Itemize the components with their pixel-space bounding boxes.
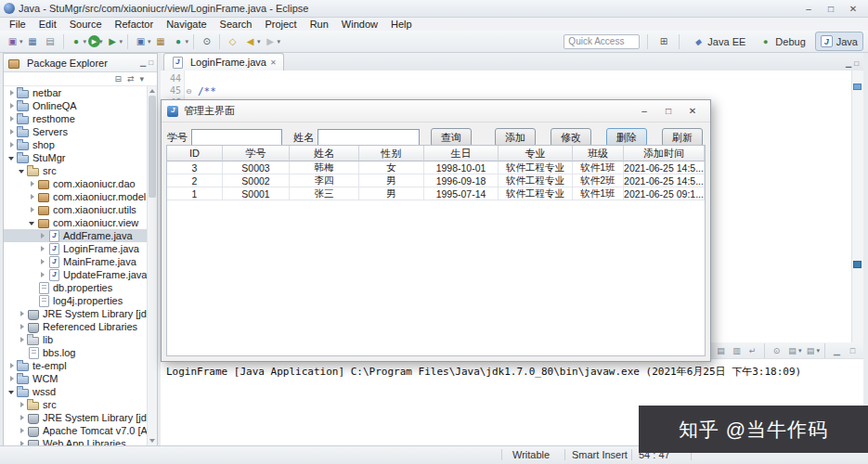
console-maximize-icon[interactable]: □ (846, 344, 860, 357)
table-cell[interactable]: 李四 (290, 174, 359, 187)
collapse-all-icon[interactable]: ⊟ (114, 74, 122, 84)
table-cell[interactable]: 软件工程专业 (499, 174, 573, 187)
student-id-input[interactable] (191, 129, 282, 146)
expand-arrow-icon[interactable] (7, 127, 17, 136)
table-cell[interactable]: 1995-07-14 (424, 187, 499, 200)
tree-item-web-app-libraries[interactable]: Web App Libraries (4, 437, 148, 445)
link-with-editor-icon[interactable]: ⇄ (127, 74, 135, 84)
tree-scrollbar[interactable] (147, 86, 157, 445)
tab-close-icon[interactable]: ✕ (270, 58, 277, 67)
forward-icon[interactable]: ▶ (263, 33, 279, 49)
new-java-project-caret-icon[interactable]: ▾ (148, 38, 151, 45)
debug-caret-icon[interactable]: ▾ (84, 38, 87, 45)
tree-item-log4j-properties[interactable]: log4j.properties (4, 294, 148, 307)
table-cell[interactable]: S0001 (223, 187, 290, 200)
new-class-icon[interactable]: ● (171, 33, 187, 49)
save-icon[interactable]: ▦ (25, 33, 41, 49)
menu-window[interactable]: Window (335, 19, 384, 30)
expand-arrow-icon[interactable] (18, 400, 27, 409)
table-cell[interactable]: 2021-06-25 14:5... (624, 161, 705, 174)
tree-item-resthome[interactable]: resthome (4, 112, 148, 125)
view-minimize-icon[interactable]: ▁ (140, 58, 146, 67)
perspective-debug-button[interactable]: ● Debug (755, 32, 810, 50)
tree-item-te-empl[interactable]: te-empl (4, 359, 148, 372)
table-cell[interactable]: 3 (167, 161, 223, 174)
table-cell[interactable]: 2 (167, 174, 223, 187)
new-wizard-caret-icon[interactable]: ▾ (19, 38, 23, 45)
tree-item-referenced-libraries[interactable]: Referenced Libraries (4, 320, 148, 333)
column-header[interactable]: 专业 (499, 146, 573, 161)
table-cell[interactable]: S0003 (223, 161, 290, 174)
clear-console-icon[interactable]: ▤ (714, 344, 728, 357)
app-title-bar[interactable]: 管理主界面 – □ ✕ (162, 100, 710, 122)
tree-item-pkg-model[interactable]: com.xiaoniucr.model (4, 190, 148, 203)
column-header[interactable]: ID (167, 146, 223, 161)
table-cell[interactable]: 软件工程专业 (499, 161, 573, 174)
debug-icon[interactable]: ● (69, 33, 84, 49)
display-console-icon[interactable]: ▤ (785, 344, 799, 357)
app-maximize-button[interactable]: □ (656, 103, 680, 119)
run-caret-icon[interactable]: ▾ (99, 38, 103, 45)
external-tools-icon[interactable]: ▶ (105, 33, 121, 49)
column-header[interactable]: 性别 (359, 146, 424, 161)
refresh-button[interactable]: 刷新 (662, 128, 703, 147)
tree-item-lib[interactable]: lib (4, 333, 148, 346)
pin-console-icon[interactable]: ⊙ (770, 344, 784, 357)
expand-arrow-icon[interactable] (38, 257, 47, 266)
tree-item-loginframe-java[interactable]: LoginFrame.java (4, 242, 148, 255)
tree-item-addframe-java[interactable]: AddFrame.java (4, 229, 148, 242)
tree-item-pkg-utils[interactable]: com.xiaoniucr.utils (4, 203, 148, 216)
table-cell[interactable]: 软件1班 (573, 187, 624, 200)
tree-item-pkg-view[interactable]: com.xiaoniucr.view (4, 216, 148, 229)
tree-item-shop[interactable]: shop (4, 138, 148, 151)
console-minimize-icon[interactable]: ▁ (830, 344, 844, 357)
menu-file[interactable]: File (3, 19, 32, 30)
expand-arrow-icon[interactable] (7, 88, 17, 97)
table-cell[interactable]: 男 (359, 174, 424, 187)
back-icon[interactable]: ◀ (242, 33, 258, 49)
menu-search[interactable]: Search (214, 19, 259, 30)
expand-arrow-icon[interactable] (38, 270, 47, 279)
new-java-project-icon[interactable]: ▣ (133, 33, 149, 49)
tree-item-stumgr[interactable]: StuMgr (4, 151, 148, 164)
window-maximize-button[interactable]: □ (820, 2, 842, 15)
new-package-icon[interactable]: ▦ (153, 33, 169, 49)
perspective-java-button[interactable]: J Java (815, 32, 863, 51)
tree-item-wcm[interactable]: WCM (4, 372, 148, 385)
column-header[interactable]: 姓名 (290, 146, 359, 161)
student-name-input[interactable] (317, 129, 420, 146)
tree-item-apache-tomcat[interactable]: Apache Tomcat v7.0 [Apache (4, 424, 148, 437)
add-button[interactable]: 添加 (495, 128, 536, 147)
tab-loginframe-java[interactable]: LoginFrame.java ✕ (163, 53, 284, 71)
collapse-arrow-icon[interactable] (7, 387, 17, 396)
tree-item-mainframe-java[interactable]: MainFrame.java (4, 255, 148, 268)
scroll-lock-icon[interactable]: ▥ (730, 344, 744, 357)
table-cell[interactable]: 1 (167, 187, 223, 200)
word-wrap-icon[interactable]: ↵ (745, 344, 759, 357)
column-header[interactable]: 添加时间 (624, 146, 705, 161)
search-icon[interactable]: ⊙ (199, 33, 214, 49)
editor-minimize-icon[interactable]: ▁ (846, 59, 851, 68)
table-cell[interactable]: 2021-06-25 14:5... (624, 174, 705, 187)
scroll-down-icon[interactable] (149, 439, 155, 443)
tree-item-servers[interactable]: Servers (4, 125, 148, 138)
perspective-java-ee-button[interactable]: ◆ Java EE (687, 32, 750, 50)
tree-item-bbs-log[interactable]: bbs.log (4, 346, 148, 359)
app-close-button[interactable]: ✕ (680, 103, 705, 119)
open-perspective-icon[interactable]: ⊞ (655, 33, 671, 49)
scroll-up-icon[interactable] (149, 89, 155, 93)
column-header[interactable]: 班级 (573, 146, 624, 161)
tree-item-jre-system-library[interactable]: JRE System Library [jdk1.7.0 (4, 307, 148, 320)
query-button[interactable]: 查询 (431, 128, 472, 147)
column-header[interactable]: 学号 (223, 146, 290, 161)
column-header[interactable]: 生日 (424, 146, 499, 161)
expand-arrow-icon[interactable] (28, 205, 37, 214)
print-icon[interactable]: ▤ (43, 33, 58, 49)
expand-arrow-icon[interactable] (18, 322, 27, 331)
window-close-button[interactable]: ✕ (842, 2, 864, 15)
expand-arrow-icon[interactable] (7, 101, 17, 110)
new-wizard-icon[interactable]: ▣ (5, 33, 20, 49)
menu-source[interactable]: Source (63, 19, 109, 30)
table-cell[interactable]: 男 (359, 187, 424, 200)
expand-arrow-icon[interactable] (38, 244, 47, 253)
